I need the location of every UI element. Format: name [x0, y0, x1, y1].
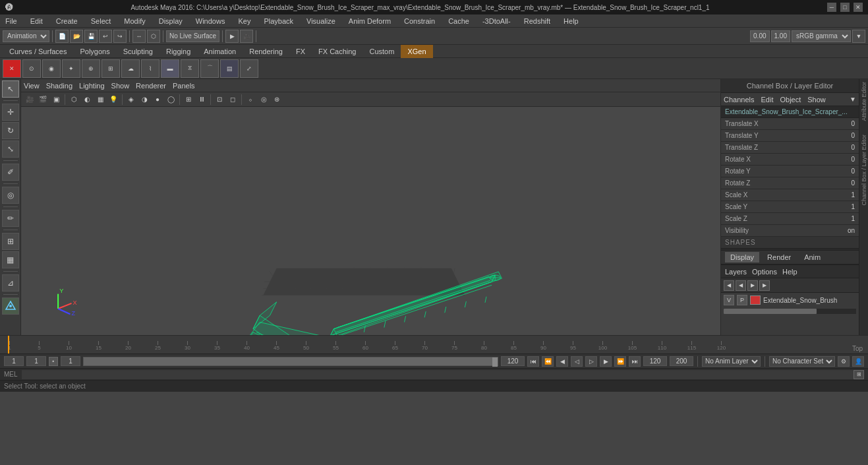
grid-toggle-button[interactable]: ▦: [2, 251, 19, 268]
cb-tab-object[interactable]: Object: [780, 96, 801, 104]
timeline-playhead[interactable]: [8, 336, 9, 354]
open-button[interactable]: 📂: [70, 30, 83, 43]
vp-grid-btn[interactable]: ⊞: [183, 94, 194, 106]
gamma-value1[interactable]: 0.00: [750, 30, 769, 42]
gamma-value2[interactable]: 1.00: [771, 30, 790, 42]
anim-layer-select[interactable]: No Anim Layer: [702, 356, 761, 367]
transport-goto-start[interactable]: ⏮: [527, 356, 539, 367]
viewport[interactable]: View Shading Lighting Show Renderer Pane…: [21, 79, 720, 335]
vp-display-3-btn[interactable]: ⊛: [271, 94, 283, 106]
layer-hscroll[interactable]: [724, 309, 856, 314]
move-tool-button[interactable]: ✛: [2, 104, 19, 121]
vp-menu-shading[interactable]: Shading: [46, 82, 72, 90]
vp-menu-renderer[interactable]: Renderer: [136, 82, 166, 90]
transport-prev-frame[interactable]: ◀: [556, 356, 568, 367]
vp-shaded-btn[interactable]: ◐: [81, 94, 93, 106]
layer-new-btn[interactable]: ◀: [724, 280, 734, 291]
mel-input[interactable]: [22, 370, 854, 379]
vp-xray2-btn[interactable]: ◻: [227, 94, 239, 106]
vp-menu-panels[interactable]: Panels: [173, 82, 195, 90]
vp-film-btn[interactable]: 🎬: [37, 94, 49, 106]
layer-tab-options[interactable]: Options: [752, 268, 777, 276]
cb-tab-show[interactable]: Show: [807, 96, 826, 104]
vp-display-2-btn[interactable]: ◎: [258, 94, 270, 106]
shelf-tab-rigging[interactable]: Rigging: [159, 45, 197, 58]
shelf-tab-fx[interactable]: FX: [289, 45, 312, 58]
current-frame-input[interactable]: [4, 356, 24, 366]
paint-button[interactable]: ✏: [2, 210, 19, 227]
transform-button[interactable]: ↔: [132, 30, 146, 43]
shelf-tab-curves[interactable]: Curves / Surfaces: [3, 45, 73, 58]
menu-playback[interactable]: Playback: [261, 17, 296, 25]
shelf-icon-2[interactable]: ◉: [42, 59, 61, 78]
menu-anim-deform[interactable]: Anim Deform: [346, 17, 393, 25]
end-frame-input[interactable]: [643, 356, 667, 366]
shelf-icon-9[interactable]: ⧖: [181, 59, 199, 78]
cb-tab-channels[interactable]: Channels: [724, 96, 754, 104]
select-button[interactable]: ⬡: [147, 30, 160, 43]
channel-box-layer-label[interactable]: Channel Box / Layer Editor: [861, 135, 867, 206]
char-settings-btn[interactable]: 👤: [852, 356, 864, 367]
menu-modify[interactable]: Modify: [121, 17, 148, 25]
snap-button[interactable]: ⊿: [2, 274, 19, 292]
quad-layout-button[interactable]: ⊞: [2, 233, 19, 250]
range-start-input[interactable]: [61, 356, 80, 366]
cb-collapse-btn[interactable]: ▼: [850, 96, 856, 103]
close-button[interactable]: ✕: [854, 3, 863, 12]
shelf-icon-0[interactable]: ✕: [3, 59, 21, 78]
menu-cache[interactable]: Cache: [446, 17, 472, 25]
vp-camera-btn[interactable]: 🎥: [24, 94, 36, 106]
vp-textured-btn[interactable]: ▦: [94, 94, 106, 106]
menu-visualize[interactable]: Visualize: [304, 17, 338, 25]
playback-settings-btn[interactable]: ⚙: [838, 356, 850, 367]
cb-tab-edit[interactable]: Edit: [761, 96, 773, 104]
attr-editor-label[interactable]: Attribute Editor: [861, 82, 867, 121]
menu-key[interactable]: Key: [235, 17, 253, 25]
shelf-icon-3[interactable]: ✦: [62, 59, 80, 78]
mel-script-editor-btn[interactable]: ⊞: [854, 370, 864, 379]
gamma-select[interactable]: sRGB gamma: [792, 30, 851, 42]
shelf-icon-10[interactable]: ⌒: [200, 59, 219, 78]
vp-gate-btn[interactable]: ▣: [50, 94, 62, 106]
shelf-icon-5[interactable]: ⊞: [101, 59, 120, 78]
new-scene-button[interactable]: 📄: [55, 30, 69, 43]
vp-shadow-btn[interactable]: ◑: [138, 94, 150, 106]
vp-lit-btn[interactable]: 💡: [107, 94, 119, 106]
menu-create[interactable]: Create: [53, 17, 80, 25]
shelf-tab-polygons[interactable]: Polygons: [73, 45, 116, 58]
select-tool-button[interactable]: ↖: [2, 80, 19, 98]
max-frame-input[interactable]: [670, 356, 693, 366]
vp-hud-btn[interactable]: Ⅲ: [196, 94, 208, 106]
layer-last-btn[interactable]: ▶: [759, 280, 770, 291]
frame-input2[interactable]: [26, 356, 46, 366]
shelf-tab-sculpting[interactable]: Sculpting: [117, 45, 159, 58]
transport-prev-key[interactable]: ⏪: [542, 356, 554, 367]
shelf-tab-fx-caching[interactable]: FX Caching: [312, 45, 362, 58]
transport-play-fwd[interactable]: ▷: [585, 356, 597, 367]
vp-wireframe-btn[interactable]: ⬡: [68, 94, 80, 106]
layer-prev-btn[interactable]: ◀: [736, 280, 746, 291]
lasso-select-button[interactable]: ✐: [2, 164, 19, 181]
shelf-icon-12[interactable]: ⤢: [240, 59, 258, 78]
menu-windows[interactable]: Windows: [193, 17, 228, 25]
maximize-button[interactable]: □: [840, 3, 850, 12]
menu-display[interactable]: Display: [156, 17, 185, 25]
minimize-button[interactable]: ─: [827, 3, 836, 12]
menu-help[interactable]: Help: [561, 17, 581, 25]
layer-color-swatch[interactable]: [750, 295, 761, 305]
menu-file[interactable]: File: [3, 17, 20, 25]
transport-goto-end[interactable]: ⏭: [629, 356, 641, 367]
vp-menu-lighting[interactable]: Lighting: [79, 82, 105, 90]
range-end-input[interactable]: [501, 356, 525, 366]
soft-select-button[interactable]: ◎: [2, 187, 19, 204]
vp-menu-show[interactable]: Show: [111, 82, 130, 90]
vp-display-q-btn[interactable]: ⬦: [245, 94, 256, 106]
vp-menu-view[interactable]: View: [24, 82, 40, 90]
transport-play-back[interactable]: ◁: [571, 356, 583, 367]
range-bar[interactable]: [83, 357, 498, 366]
shelf-tab-animation[interactable]: Animation: [197, 45, 243, 58]
shelf-icon-8[interactable]: ▬: [161, 59, 179, 78]
transport-next-frame[interactable]: ▶: [600, 356, 612, 367]
vp-ao2-btn[interactable]: ◯: [165, 94, 177, 106]
layer-playback-btn[interactable]: P: [737, 295, 747, 305]
